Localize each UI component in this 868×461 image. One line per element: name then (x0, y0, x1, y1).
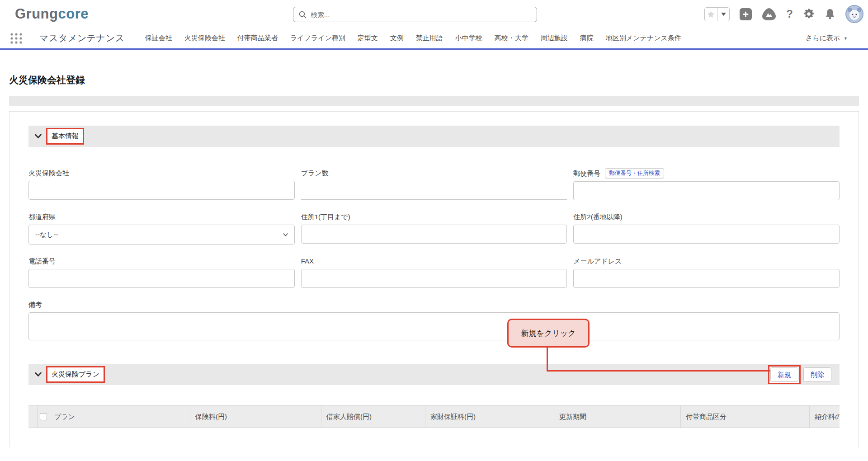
column-header-ancillary-product-category[interactable]: 付帯商品区分 (681, 406, 810, 428)
bell-icon[interactable] (825, 8, 835, 20)
section-basic-info-title: 基本情報 (46, 128, 84, 145)
plan-count-readonly-value (301, 181, 567, 200)
app-name[interactable]: マスタメンテナンス (39, 32, 125, 44)
section-fire-insurance-plan[interactable]: 火災保険プラン 新規 削除 (28, 364, 840, 385)
app-navigation-bar: マスタメンテナンス 保証会社 火災保険会社 付帯商品業者 ライフライン種別 定型… (0, 28, 868, 50)
gear-icon[interactable] (803, 8, 815, 20)
header-icon-bar: ? (704, 0, 863, 28)
field-label: 住所1(丁目まで) (301, 212, 567, 222)
postal-address-search-button[interactable]: 郵便番号・住所検索 (605, 168, 664, 179)
address1-input[interactable] (301, 225, 567, 244)
toolbar-strip (9, 96, 859, 106)
global-search[interactable] (293, 7, 537, 22)
phone-input[interactable] (28, 269, 295, 288)
field-address1: 住所1(丁目まで) (301, 212, 567, 245)
nav-item-highschool-university[interactable]: 高校・大学 (495, 34, 528, 42)
plan-table: プラン 保険料(円) 借家人賠償(円) 家財保証料(円) 更新期間 付帯商品区分… (28, 405, 840, 428)
field-label: 都道府県 (28, 212, 295, 222)
field-notes: 備考 (28, 300, 840, 342)
field-label: 電話番号 (28, 256, 295, 266)
address2-input[interactable] (573, 225, 840, 244)
plan-table-header-row: プラン 保険料(円) 借家人賠償(円) 家財保証料(円) 更新期間 付帯商品区分… (28, 406, 840, 428)
field-fax: FAX (301, 256, 567, 288)
nav-more-label: さらに表示 (806, 34, 840, 42)
fire-insurance-company-input[interactable] (28, 181, 295, 200)
field-phone: 電話番号 (28, 256, 295, 288)
field-email: メールアドレス (573, 256, 840, 288)
chevron-down-icon (35, 134, 42, 138)
field-label: プラン数 (301, 168, 567, 178)
column-header-tenant-liability[interactable]: 借家人賠償(円) (321, 406, 425, 428)
search-icon (299, 11, 307, 19)
logo-part-2: core (58, 6, 89, 22)
section-fire-insurance-plan-title: 火災保険プラン (46, 366, 105, 383)
nav-item-fixed-phrase[interactable]: 定型文 (358, 34, 378, 42)
nav-item-fire-insurance-company[interactable]: 火災保険会社 (184, 34, 225, 42)
field-label: 火災保険会社 (28, 168, 295, 178)
select-all-checkbox[interactable] (40, 413, 47, 420)
nav-item-lifeline-type[interactable]: ライフライン種別 (290, 34, 345, 42)
logo-part-1: Grung (15, 6, 58, 22)
field-fire-insurance-company: 火災保険会社 (28, 168, 295, 200)
postal-code-input[interactable] (573, 181, 840, 200)
nav-more-button[interactable]: さらに表示 ▼ (806, 34, 848, 42)
chevron-down-icon (283, 233, 288, 236)
favorites-split-button (704, 7, 730, 21)
page-content: 火災保険会社登録 基本情報 火災保険会社 プラン数 郵便番号 郵便番号・住所検索 (0, 73, 868, 447)
fax-input[interactable] (301, 269, 567, 288)
chevron-down-icon[interactable] (717, 8, 729, 21)
column-header-plan[interactable]: プラン (49, 406, 190, 428)
row-number-column-header (28, 406, 38, 428)
field-label: 郵便番号 (573, 169, 600, 179)
field-address2: 住所2(番地以降) (573, 212, 840, 245)
notes-textarea[interactable] (28, 312, 840, 340)
column-header-referral-fee[interactable]: 紹介料の金 (810, 406, 840, 428)
star-icon[interactable] (705, 8, 717, 21)
nav-item-nearby-facilities[interactable]: 周辺施設 (541, 34, 568, 42)
plus-icon[interactable] (740, 8, 752, 20)
prefecture-selected-value: --なし-- (35, 230, 58, 239)
new-button-annotation-box: 新規 (768, 365, 801, 384)
field-label: 備考 (28, 300, 840, 310)
nav-item-prohibited-words[interactable]: 禁止用語 (416, 34, 443, 42)
question-icon[interactable]: ? (786, 9, 793, 19)
nav-item-area-maintenance-conditions[interactable]: 地区別メンテナンス条件 (606, 34, 681, 42)
field-label: FAX (301, 256, 567, 266)
record-form-card: 基本情報 火災保険会社 プラン数 郵便番号 郵便番号・住所検索 都道府県 (9, 111, 859, 447)
chevron-down-icon: ▼ (844, 36, 848, 41)
nav-item-ancillary-vendor[interactable]: 付帯商品業者 (237, 34, 278, 42)
field-plan-count: プラン数 (301, 168, 567, 200)
nav-item-guarantee-company[interactable]: 保証会社 (145, 34, 172, 42)
field-label: 住所2(番地以降) (573, 212, 840, 222)
basic-info-form: 火災保険会社 プラン数 郵便番号 郵便番号・住所検索 都道府県 --なし-- (28, 156, 840, 342)
field-postal-code: 郵便番号 郵便番号・住所検索 (573, 168, 840, 200)
prefecture-select[interactable]: --なし-- (28, 225, 295, 245)
email-input[interactable] (573, 269, 840, 288)
nav-item-hospital[interactable]: 病院 (580, 34, 594, 42)
page-title: 火災保険会社登録 (9, 73, 859, 87)
column-header-renewal-period[interactable]: 更新期間 (554, 406, 681, 428)
app-logo: Grungcore (15, 5, 89, 23)
field-label: メールアドレス (573, 256, 840, 266)
column-header-premium[interactable]: 保険料(円) (190, 406, 321, 428)
waffle-icon[interactable] (10, 32, 25, 45)
nav-item-elementary-junior-school[interactable]: 小中学校 (455, 34, 482, 42)
field-prefecture: 都道府県 --なし-- (28, 212, 295, 245)
column-header-household-goods-fee[interactable]: 家財保証料(円) (425, 406, 554, 428)
nav-items: 保証会社 火災保険会社 付帯商品業者 ライフライン種別 定型文 文例 禁止用語 … (145, 34, 681, 42)
avatar[interactable] (845, 5, 863, 23)
delete-button[interactable]: 削除 (803, 367, 831, 382)
search-input[interactable] (311, 11, 531, 19)
chevron-down-icon (35, 372, 42, 376)
trailhead-icon[interactable] (762, 8, 776, 21)
global-header: Grungcore (0, 0, 868, 28)
new-button[interactable]: 新規 (770, 367, 798, 382)
section-basic-info[interactable]: 基本情報 (28, 126, 840, 147)
nav-item-example-sentence[interactable]: 文例 (390, 34, 404, 42)
select-all-cell (38, 406, 49, 428)
